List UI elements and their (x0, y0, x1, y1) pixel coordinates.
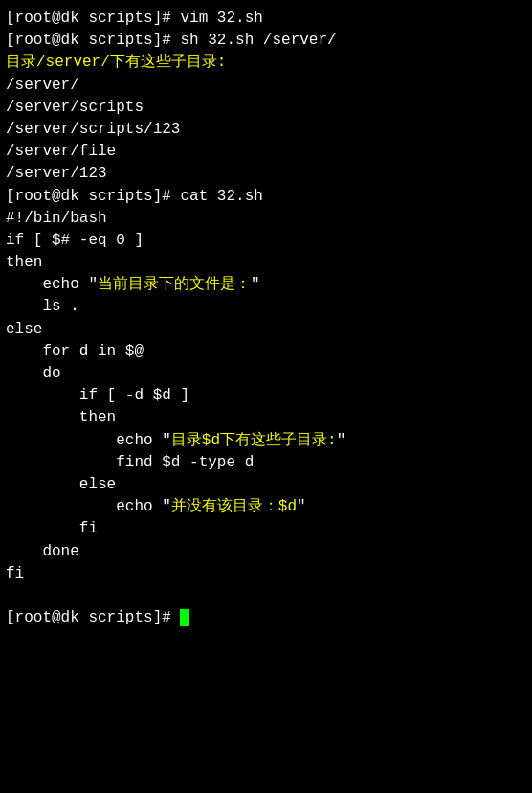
line-3: 目录/server/下有这些子目录: (6, 52, 526, 74)
output-13b: 当前目录下的文件是： (98, 276, 251, 293)
line-21: find $d -type d (6, 452, 526, 474)
terminal: [root@dk scripts]# vim 32.sh [root@dk sc… (6, 8, 526, 785)
line-24: fi (6, 518, 526, 540)
line-11: if [ $# -eq 0 ] (6, 230, 526, 252)
output-20a: echo " (6, 432, 171, 449)
output-15: else (6, 321, 42, 338)
output-19: then (6, 409, 116, 426)
empty-line-27 (6, 585, 526, 607)
output-10: #!/bin/bash (6, 210, 107, 227)
prompt-1: [root@dk scripts]# (6, 10, 180, 27)
line-17: do (6, 363, 526, 385)
output-12: then (6, 254, 42, 271)
output-17: do (6, 365, 61, 382)
output-23c: " (297, 498, 306, 515)
output-16: for d in $@ (6, 343, 144, 360)
output-14: ls . (6, 298, 79, 315)
line-22: else (6, 474, 526, 496)
output-20b: 目录$d下有这些子目录: (171, 432, 337, 449)
line-9: [root@dk scripts]# cat 32.sh (6, 186, 526, 208)
prompt-9: [root@dk scripts]# (6, 188, 180, 205)
cursor-28 (180, 609, 189, 626)
output-23a: echo " (6, 498, 171, 515)
line-8: /server/123 (6, 163, 526, 185)
output-26: fi (6, 565, 24, 582)
line-12: then (6, 252, 526, 274)
line-25: done (6, 541, 526, 563)
line-26: fi (6, 563, 526, 585)
line-20: echo "目录$d下有这些子目录:" (6, 430, 526, 452)
output-18: if [ -d $d ] (6, 387, 189, 404)
output-25: done (6, 543, 79, 560)
prompt-2: [root@dk scripts]# (6, 32, 180, 49)
output-22: else (6, 476, 116, 493)
line-28: [root@dk scripts]# (6, 607, 526, 629)
output-13a: echo " (6, 276, 98, 293)
output-3: 目录/server/下有这些子目录: (6, 54, 226, 71)
prompt-28: [root@dk scripts]# (6, 609, 180, 626)
output-21: find $d -type d (6, 454, 254, 471)
cmd-1: vim 32.sh (180, 10, 262, 27)
line-10: #!/bin/bash (6, 208, 526, 230)
output-5: /server/scripts (6, 99, 144, 116)
output-24: fi (6, 520, 98, 537)
line-16: for d in $@ (6, 341, 526, 363)
line-13: echo "当前目录下的文件是：" (6, 274, 526, 296)
line-7: /server/file (6, 141, 526, 163)
cmd-9: cat 32.sh (180, 188, 262, 205)
output-4: /server/ (6, 77, 79, 94)
line-18: if [ -d $d ] (6, 385, 526, 407)
output-23b: 并没有该目录：$d (171, 498, 297, 515)
cmd-2: sh 32.sh /server/ (180, 32, 336, 49)
line-19: then (6, 407, 526, 429)
line-15: else (6, 319, 526, 341)
line-2: [root@dk scripts]# sh 32.sh /server/ (6, 30, 526, 52)
line-14: ls . (6, 296, 526, 318)
output-6: /server/scripts/123 (6, 121, 180, 138)
line-6: /server/scripts/123 (6, 119, 526, 141)
line-23: echo "并没有该目录：$d" (6, 496, 526, 518)
line-1: [root@dk scripts]# vim 32.sh (6, 8, 526, 30)
line-5: /server/scripts (6, 97, 526, 119)
output-8: /server/123 (6, 165, 107, 182)
output-11: if [ $# -eq 0 ] (6, 232, 144, 249)
line-4: /server/ (6, 75, 526, 97)
output-7: /server/file (6, 143, 116, 160)
output-20c: " (337, 432, 346, 449)
output-13c: " (251, 276, 260, 293)
